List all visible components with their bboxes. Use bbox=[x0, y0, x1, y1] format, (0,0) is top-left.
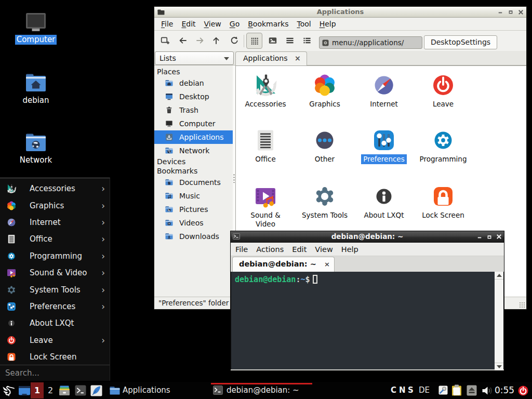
detailed-view-button[interactable] bbox=[302, 36, 312, 45]
sidebar-item-computer[interactable]: Computer bbox=[154, 117, 233, 130]
app-category-leave[interactable]: Leave bbox=[414, 73, 473, 109]
sidebar-item-desktop[interactable]: Desktop bbox=[154, 90, 233, 103]
fm-menu-edit[interactable]: Edit bbox=[177, 19, 200, 29]
task-button-terminal[interactable]: debian@debian: ~ bbox=[210, 382, 313, 399]
fm-menu-help[interactable]: Help bbox=[315, 19, 340, 29]
app-category-sound[interactable]: Sound & Video bbox=[236, 184, 295, 229]
fm-close-button[interactable] bbox=[518, 9, 524, 15]
workspace-2-button[interactable]: 2 bbox=[45, 382, 56, 398]
menu-item-leave[interactable]: Leave› bbox=[0, 332, 110, 349]
desktop-icon-computer[interactable]: Computer bbox=[14, 12, 58, 45]
menu-item-lock-screen[interactable]: Lock Screen bbox=[0, 349, 110, 365]
sidebar-section-bookmarks: Bookmarks bbox=[157, 166, 197, 176]
app-category-programming[interactable]: Programming bbox=[414, 128, 473, 164]
app-category-other[interactable]: Other bbox=[295, 128, 354, 164]
menu-item-office[interactable]: Office› bbox=[0, 231, 110, 247]
terminal-minimize-button[interactable] bbox=[476, 234, 482, 240]
terminal-menu-help[interactable]: Help bbox=[337, 244, 363, 255]
menu-item-about-lxqt[interactable]: About LXQt bbox=[0, 315, 110, 331]
fm-menu-tool[interactable]: Tool bbox=[292, 19, 315, 29]
clipboard-tray-icon[interactable] bbox=[451, 384, 462, 396]
fm-menu-bookmarks[interactable]: Bookmarks bbox=[244, 19, 292, 29]
terminal-menu-view[interactable]: View bbox=[311, 244, 337, 255]
leave-button[interactable] bbox=[518, 385, 528, 396]
terminal-tab[interactable]: debian@debian: ~ × bbox=[232, 257, 335, 272]
text-editor-launcher[interactable] bbox=[90, 385, 102, 396]
workspace-1-button[interactable]: 1 bbox=[31, 382, 44, 398]
keyboard-layout-indicator[interactable]: DE bbox=[419, 382, 430, 399]
prompt-symbol: $ bbox=[305, 275, 310, 284]
fm-titlebar[interactable]: Applications bbox=[154, 7, 526, 18]
tab-close-icon[interactable]: × bbox=[295, 54, 301, 62]
terminal-close-button[interactable] bbox=[496, 234, 502, 240]
menu-item-accessories[interactable]: Accessories› bbox=[0, 180, 110, 197]
file-manager-launcher[interactable] bbox=[58, 385, 71, 396]
forward-button[interactable] bbox=[195, 36, 205, 45]
menu-item-preferences[interactable]: Preferences› bbox=[0, 298, 110, 315]
sidebar-item-applications[interactable]: Applications bbox=[154, 130, 233, 144]
sidebar-item-trash[interactable]: Trash bbox=[154, 103, 233, 117]
desktop-settings-button[interactable]: DesktopSettings bbox=[424, 35, 497, 49]
app-category-accessories[interactable]: Accessories bbox=[236, 73, 295, 109]
sidebar-item-downloads[interactable]: Downloads bbox=[154, 230, 233, 243]
menu-item-label: Leave bbox=[30, 336, 53, 345]
sidebar-item-pictures[interactable]: Pictures bbox=[154, 203, 233, 216]
desktop-icon-network[interactable]: Network bbox=[14, 132, 58, 165]
compact-view-button[interactable] bbox=[285, 36, 295, 45]
terminal-menu-file[interactable]: File bbox=[231, 244, 252, 255]
sidebar-item-debian[interactable]: debian bbox=[154, 76, 233, 90]
tab-applications[interactable]: Applications × bbox=[235, 51, 307, 65]
back-button[interactable] bbox=[178, 36, 188, 45]
menu-item-graphics[interactable]: Graphics› bbox=[0, 197, 110, 214]
app-category-about[interactable]: About LXQt bbox=[354, 184, 414, 220]
internet-icon bbox=[371, 73, 396, 98]
fm-menu-view[interactable]: View bbox=[200, 19, 225, 29]
clock[interactable]: 0:55 bbox=[495, 382, 514, 399]
screenshot-tray-icon[interactable] bbox=[438, 385, 448, 395]
resize-grip[interactable] bbox=[519, 302, 525, 308]
fm-maximize-button[interactable] bbox=[508, 9, 513, 15]
menu-item-programming[interactable]: Programming› bbox=[0, 248, 110, 264]
tab-close-icon[interactable]: × bbox=[324, 260, 330, 268]
scroll-down-button[interactable] bbox=[495, 363, 503, 370]
app-menu-button[interactable] bbox=[2, 384, 15, 396]
removable-media-tray-icon[interactable] bbox=[467, 385, 477, 396]
app-category-office[interactable]: Office bbox=[236, 128, 295, 164]
new-tab-button[interactable] bbox=[161, 36, 170, 45]
reload-button[interactable] bbox=[230, 36, 239, 45]
sidebar-item-documents[interactable]: Documents bbox=[154, 176, 233, 189]
terminal-scrollbar[interactable] bbox=[495, 272, 503, 370]
desktop-icon-debian[interactable]: debian bbox=[14, 73, 58, 105]
terminal-menu-edit[interactable]: Edit bbox=[288, 244, 311, 255]
sidebar-item-videos[interactable]: Videos bbox=[154, 216, 233, 230]
app-category-lock[interactable]: Lock Screen bbox=[414, 184, 473, 220]
up-button[interactable] bbox=[211, 36, 221, 45]
terminal-titlebar[interactable]: debian@debian: ~ bbox=[231, 231, 504, 243]
menu-item-sound-video[interactable]: Sound & Video› bbox=[0, 264, 110, 281]
menu-item-system-tools[interactable]: System Tools› bbox=[0, 281, 110, 298]
terminal-output[interactable]: debian@debian:~$ bbox=[231, 272, 503, 370]
thumbnail-view-button[interactable] bbox=[268, 36, 277, 45]
fm-minimize-button[interactable] bbox=[497, 9, 503, 15]
menu-search-input[interactable]: Search... bbox=[0, 365, 110, 381]
sidebar-item-music[interactable]: Music bbox=[154, 189, 233, 203]
terminal-window-title: debian@debian: ~ bbox=[231, 231, 504, 242]
fm-menu-file[interactable]: File bbox=[157, 19, 177, 29]
app-category-system[interactable]: System Tools bbox=[295, 184, 354, 220]
sidebar-item-network[interactable]: Network bbox=[154, 144, 233, 157]
terminal-launcher[interactable] bbox=[75, 385, 86, 396]
app-category-graphics[interactable]: Graphics bbox=[295, 73, 354, 109]
app-category-preferences[interactable]: Preferences bbox=[354, 128, 414, 164]
sidebar-mode-combobox[interactable]: Lists bbox=[155, 51, 234, 65]
path-bar-segment[interactable]: menu://applications/ bbox=[319, 36, 422, 49]
scroll-up-button[interactable] bbox=[495, 272, 503, 280]
task-button-applications[interactable]: Applications bbox=[107, 382, 208, 399]
menu-item-internet[interactable]: Internet› bbox=[0, 214, 110, 231]
terminal-menu-actions[interactable]: Actions bbox=[252, 244, 288, 255]
fm-menu-go[interactable]: Go bbox=[225, 19, 244, 29]
icon-view-button[interactable] bbox=[246, 33, 262, 49]
desktop-switcher-icon[interactable] bbox=[18, 385, 31, 396]
terminal-maximize-button[interactable] bbox=[486, 234, 492, 240]
volume-tray-icon[interactable] bbox=[482, 385, 493, 396]
app-category-internet[interactable]: Internet bbox=[354, 73, 414, 109]
